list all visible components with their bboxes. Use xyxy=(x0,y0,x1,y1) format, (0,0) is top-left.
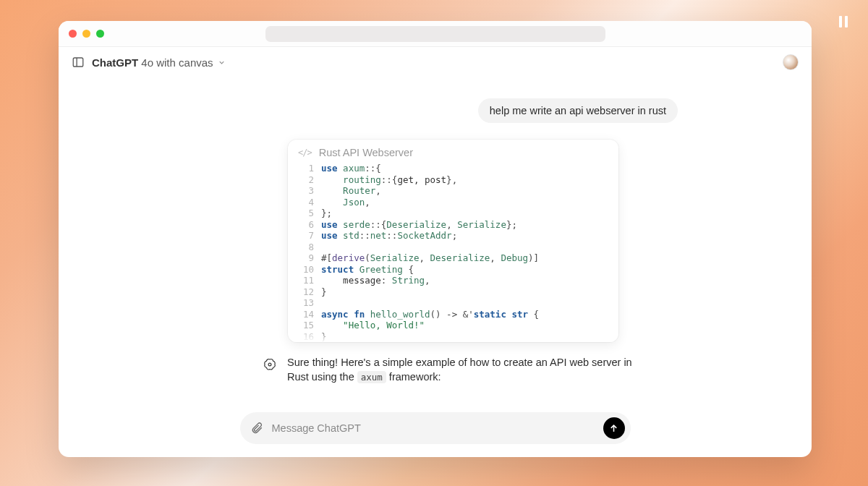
code-line: 3 Router, xyxy=(298,185,608,197)
line-number: 9 xyxy=(298,252,314,264)
code-line: 2 routing::{get, post}, xyxy=(298,174,608,186)
url-pill xyxy=(265,26,605,42)
close-dot[interactable] xyxy=(69,30,77,38)
svg-rect-0 xyxy=(73,58,83,67)
code-line: 13 xyxy=(298,297,608,309)
line-number: 7 xyxy=(298,230,314,242)
svg-point-2 xyxy=(268,363,271,366)
pause-icon[interactable] xyxy=(839,16,848,27)
maximize-dot[interactable] xyxy=(96,30,104,38)
canvas-header: </> Rust API Webserver xyxy=(288,140,618,163)
code-content: }; xyxy=(321,208,332,219)
code-line: 10struct Greeting { xyxy=(298,264,608,276)
topbar: ChatGPT 4o with canvas xyxy=(59,47,812,77)
code-line: 12} xyxy=(298,286,608,298)
traffic-lights[interactable] xyxy=(69,30,104,38)
code-block[interactable]: 1use axum::{2 routing::{get, post},3 Rou… xyxy=(288,163,618,342)
app-name: ChatGPT xyxy=(92,56,138,69)
code-icon: </> xyxy=(298,148,312,158)
sidebar-toggle-icon[interactable] xyxy=(72,56,85,69)
line-number: 6 xyxy=(298,219,314,231)
fade-overlay xyxy=(288,329,618,342)
ai-text-pre: Sure thing! Here's a simple example of h… xyxy=(287,357,632,383)
openai-logo-icon xyxy=(263,357,277,372)
line-number: 14 xyxy=(298,309,314,320)
line-number: 11 xyxy=(298,275,314,286)
canvas-card[interactable]: </> Rust API Webserver 1use axum::{2 rou… xyxy=(288,140,618,342)
code-content: Router, xyxy=(321,185,381,197)
send-button[interactable] xyxy=(603,417,625,439)
model-selector[interactable]: ChatGPT 4o with canvas xyxy=(92,56,226,69)
code-line: 9#[derive(Serialize, Deserialize, Debug)… xyxy=(298,252,608,264)
code-line: 6use serde::{Deserialize, Serialize}; xyxy=(298,219,608,231)
user-message-text: help me write an api webserver in rust xyxy=(490,105,666,116)
code-content: use axum::{ xyxy=(321,163,381,174)
line-number: 3 xyxy=(298,185,314,197)
line-number: 1 xyxy=(298,163,314,174)
app-window: ChatGPT 4o with canvas help me write an … xyxy=(59,21,812,457)
code-content: } xyxy=(321,286,327,298)
input-placeholder: Message ChatGPT xyxy=(272,422,595,434)
code-line: 14async fn hello_world() -> &'static str… xyxy=(298,309,608,320)
canvas-title: Rust API Webserver xyxy=(319,147,413,158)
message-input-bar[interactable]: Message ChatGPT xyxy=(240,412,631,444)
ai-text-post: framework: xyxy=(386,371,441,383)
attach-icon[interactable] xyxy=(250,422,263,435)
line-number: 5 xyxy=(298,208,314,219)
line-number: 12 xyxy=(298,286,314,298)
code-content: struct Greeting { xyxy=(321,264,414,276)
model-suffix: 4o with canvas xyxy=(141,56,213,69)
code-content: async fn hello_world() -> &'static str { xyxy=(321,309,539,320)
code-content: Json, xyxy=(321,197,370,208)
ai-message-text: Sure thing! Here's a simple example of h… xyxy=(287,356,639,384)
titlebar xyxy=(59,21,812,47)
inline-code: axum xyxy=(357,371,386,383)
code-line: 7use std::net::SocketAddr; xyxy=(298,230,608,242)
line-number: 2 xyxy=(298,174,314,186)
code-content: #[derive(Serialize, Deserialize, Debug)] xyxy=(321,252,539,264)
code-line: 8 xyxy=(298,242,608,253)
ai-message-row: Sure thing! Here's a simple example of h… xyxy=(263,356,639,384)
line-number: 13 xyxy=(298,297,314,309)
code-line: 5}; xyxy=(298,208,608,219)
line-number: 10 xyxy=(298,264,314,276)
line-number: 4 xyxy=(298,197,314,208)
minimize-dot[interactable] xyxy=(82,30,90,38)
user-message-bubble: help me write an api webserver in rust xyxy=(478,98,678,123)
code-line: 1use axum::{ xyxy=(298,163,608,174)
code-line: 4 Json, xyxy=(298,197,608,208)
code-line: 11 message: String, xyxy=(298,275,608,286)
chevron-down-icon xyxy=(218,59,226,67)
code-content: use serde::{Deserialize, Serialize}; xyxy=(321,219,517,231)
code-content: routing::{get, post}, xyxy=(321,174,457,186)
line-number: 8 xyxy=(298,242,314,253)
code-content: use std::net::SocketAddr; xyxy=(321,230,457,242)
code-content: message: String, xyxy=(321,275,430,286)
chat-content: help me write an api webserver in rust <… xyxy=(59,77,812,457)
avatar[interactable] xyxy=(783,54,799,70)
